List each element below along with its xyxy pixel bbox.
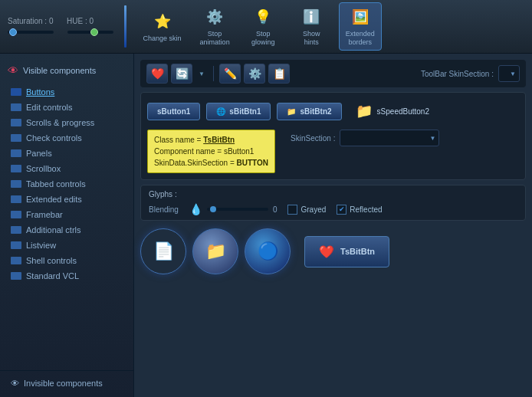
sidebar-item-panels[interactable]: Panels <box>0 146 133 161</box>
blend-thumb <box>210 206 216 212</box>
content-area: ❤️ 🔄 ▼ ✏️ ⚙️ 📋 ToolBar SkinSection : <box>134 54 532 397</box>
big-buttons-row: 📄 📁 🔵 ❤️ TsBitBtn <box>140 225 526 277</box>
toolbar-section-select[interactable] <box>498 65 520 82</box>
heart-button[interactable]: ❤️ <box>146 64 168 84</box>
invisible-icon: 👁 <box>11 379 19 388</box>
sidebar-item-invisible-components[interactable]: 👁 Invisible components <box>0 376 133 391</box>
sidebar-buttons-label: Buttons <box>26 87 54 97</box>
toolbar-section-label: ToolBar SkinSection : <box>421 70 494 78</box>
sidebar-edit-controls-label: Edit controls <box>26 103 73 112</box>
edit-icon: ✏️ <box>224 67 237 80</box>
grayed-label: Grayed <box>300 205 326 214</box>
sbitbtn2-button[interactable]: 📁 sBitBtn2 <box>277 103 341 120</box>
sidebar-item-check-controls[interactable]: Check controls <box>0 130 133 146</box>
sspeedbutton2-button[interactable]: 📁 sSpeedButton2 <box>348 99 437 123</box>
toolbar-section-select-wrap[interactable] <box>498 65 520 82</box>
top-bar: Saturation : 0 HUE : 0 ⭐ Change skin ⚙️ … <box>0 0 532 54</box>
sidebar-item-listview[interactable]: Listview <box>0 238 133 253</box>
tsbitbtn-label: TsBitBtn <box>340 247 375 256</box>
change-skin-button[interactable]: ⭐ Change skin <box>137 8 188 46</box>
sbitbtn1-globe-icon: 🌐 <box>216 107 225 116</box>
blend-track[interactable] <box>207 208 268 211</box>
refresh-button[interactable]: 🔄 <box>171 64 192 84</box>
big-folder-button[interactable]: 📁 <box>192 228 238 274</box>
change-skin-icon: ⭐ <box>152 11 173 32</box>
listview-icon <box>11 241 21 249</box>
sidebar-item-buttons[interactable]: Buttons <box>0 84 133 100</box>
toolbar-separator-1 <box>213 66 214 81</box>
content-toolbar: ❤️ 🔄 ▼ ✏️ ⚙️ 📋 ToolBar SkinSection : <box>140 60 526 87</box>
reflected-checkbox[interactable]: ✔ <box>337 205 346 215</box>
dropdown-arrow-button[interactable]: ▼ <box>195 64 208 84</box>
stop-glowing-icon: 💡 <box>252 6 274 28</box>
sidebar-item-shell-controls[interactable]: Shell controls <box>0 253 133 268</box>
skin-section-select-wrap[interactable] <box>340 130 439 146</box>
stop-glowing-label: Stopglowing <box>251 30 275 47</box>
sidebar-header-label: Visible components <box>23 66 96 75</box>
big-file-button[interactable]: 📄 <box>140 228 186 274</box>
edit-controls-icon <box>11 103 21 111</box>
sidebar-item-framebar[interactable]: Framebar <box>0 207 133 222</box>
tsbitbtn-heart-icon: ❤️ <box>319 244 334 259</box>
sidebar-footer: 👁 Invisible components <box>0 370 133 391</box>
skin-section-row: SkinSection : <box>291 130 439 146</box>
saturation-slider[interactable] <box>8 31 54 34</box>
big-dot-icon: 🔵 <box>258 241 278 261</box>
sidebar-item-scrollbox[interactable]: Scrollbox <box>0 161 133 176</box>
stop-animation-button[interactable]: ⚙️ Stopanimation <box>194 3 236 50</box>
tsbitbtn-button[interactable]: ❤️ TsBitBtn <box>304 236 389 267</box>
sidebar-item-additional-ctrls[interactable]: Additional ctrls <box>0 222 133 238</box>
sidebar-invisible-label: Invisible components <box>24 379 103 388</box>
tooltip-component-line: Component name = sButton1 <box>154 146 268 157</box>
sidebar-check-controls-label: Check controls <box>26 133 82 143</box>
stop-glowing-button[interactable]: 💡 Stopglowing <box>242 3 284 50</box>
grayed-checkbox-item[interactable]: Grayed <box>287 205 326 215</box>
middle-row: Class name = TsBitBtn Component name = s… <box>147 130 519 173</box>
stop-animation-icon: ⚙️ <box>204 6 225 28</box>
settings-button[interactable]: ⚙️ <box>244 64 265 84</box>
grayed-checkbox[interactable] <box>287 205 297 215</box>
toolbar-right: ToolBar SkinSection : <box>421 65 520 82</box>
sidebar-item-tabbed-controls[interactable]: Tabbed controls <box>0 176 133 192</box>
panels-icon <box>11 149 21 157</box>
sidebar-panels-label: Panels <box>26 149 52 158</box>
blend-icon: 💧 <box>189 203 202 215</box>
blend-value: 0 <box>273 205 277 214</box>
show-hints-button[interactable]: ℹ️ Showhints <box>291 3 333 50</box>
shell-controls-icon <box>11 257 21 264</box>
speed-folder-icon: 📁 <box>356 103 373 120</box>
skin-section-area: SkinSection : <box>291 130 439 151</box>
sidebar-framebar-label: Framebar <box>26 210 63 219</box>
blue-divider <box>124 5 126 48</box>
visible-components-icon: 👁 <box>8 64 18 77</box>
stop-animation-label: Stopanimation <box>200 30 230 47</box>
change-skin-label: Change skin <box>143 34 182 43</box>
extended-borders-icon: 🖼️ <box>350 6 371 28</box>
saturation-label: Saturation : 0 <box>8 17 53 25</box>
sbutton1-button[interactable]: sButton1 <box>147 103 200 120</box>
sidebar: 👁 Visible components Buttons Edit contro… <box>0 54 134 397</box>
extended-borders-button[interactable]: 🖼️ Extendedborders <box>339 2 382 51</box>
refresh-icon: 🔄 <box>176 67 189 80</box>
sidebar-item-scrolls[interactable]: Scrolls & progress <box>0 115 133 130</box>
extended-borders-label: Extendedborders <box>346 30 375 47</box>
reflected-checkbox-item[interactable]: ✔ Reflected <box>337 205 382 215</box>
demo-buttons-row: sButton1 🌐 sBitBtn1 📁 sBitBtn2 📁 sS <box>147 99 519 123</box>
sbutton1-label: sButton1 <box>157 107 190 116</box>
sidebar-item-standard-vcl[interactable]: Standard VCL <box>0 268 133 284</box>
additional-ctrls-icon <box>11 226 21 234</box>
edit-button[interactable]: ✏️ <box>219 64 241 84</box>
skin-section-select[interactable] <box>340 130 439 146</box>
big-dot-button[interactable]: 🔵 <box>245 228 291 274</box>
hue-slider[interactable] <box>67 31 113 34</box>
sidebar-additional-ctrls-label: Additional ctrls <box>26 225 81 235</box>
copy-button[interactable]: 📋 <box>268 64 290 84</box>
sidebar-item-edit-controls[interactable]: Edit controls <box>0 100 133 115</box>
tooltip-component-value: sButton1 <box>224 147 254 156</box>
sbitbtn1-button[interactable]: 🌐 sBitBtn1 <box>206 103 271 120</box>
tooltip-skin-value: BUTTON <box>237 159 268 167</box>
check-controls-icon <box>11 134 21 142</box>
sidebar-scrollbox-label: Scrollbox <box>26 164 61 173</box>
sidebar-item-extended-edits[interactable]: Extended edits <box>0 192 133 207</box>
scrolls-icon <box>11 119 21 126</box>
